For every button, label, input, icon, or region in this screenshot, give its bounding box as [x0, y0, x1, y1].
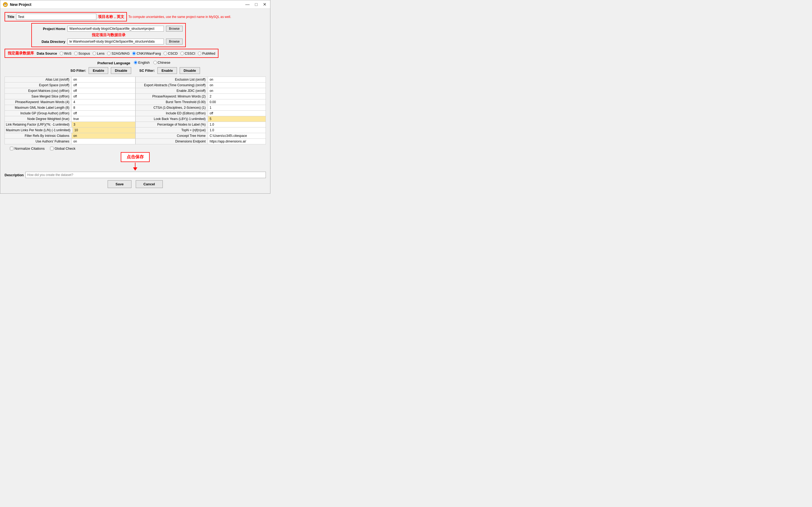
- node-degree-val: true: [72, 116, 135, 122]
- title-label: Title: [7, 15, 14, 19]
- so-filter-label: SO Filter:: [70, 68, 86, 72]
- description-input[interactable]: [25, 172, 266, 178]
- browse-project-button[interactable]: Browse: [166, 26, 183, 32]
- gml-node-key: Maximum GML Node Label Length (8): [5, 105, 72, 110]
- max-links-key: Maximum Links Per Node (L/N) (-1:unlimit…: [5, 127, 73, 133]
- path-annotation: 指定项目与数据目录: [35, 33, 183, 38]
- sc-enable-button[interactable]: Enable: [158, 67, 177, 74]
- save-annotation: 点击保存: [127, 155, 144, 159]
- burst-term-val: 0.00: [208, 99, 265, 105]
- normalize-citations-option[interactable]: Normalize Citations: [10, 147, 45, 151]
- lang-label: Preferred Language: [98, 61, 130, 65]
- node-degree-key: Node Degree Weighted (true): [5, 116, 72, 122]
- window-title: New Project: [10, 2, 242, 7]
- include-ed-val: off: [208, 111, 265, 116]
- alias-list-key: Alias List (on/off): [5, 77, 72, 82]
- ctsa-key: CTSA (1-Disciplines, 2-Sciences) (1): [136, 105, 208, 110]
- main-window: ☕ New Project — □ ✕ Title 项目名称，英文 To com…: [0, 0, 270, 193]
- concept-tree-key: Concept Tree Home: [136, 133, 208, 138]
- normalize-citations-checkbox[interactable]: [10, 147, 13, 150]
- global-check-option[interactable]: Global Check: [50, 147, 75, 151]
- filter-refs-key: Filter Refs By Intrinsic Citations: [5, 133, 72, 138]
- pct-nodes-val: 1.0: [208, 122, 265, 127]
- project-home-input[interactable]: [67, 26, 164, 32]
- cscd-option[interactable]: CSCD: [164, 51, 178, 55]
- lens-option[interactable]: Lens: [92, 51, 105, 55]
- so-enable-button[interactable]: Enable: [88, 67, 108, 74]
- filter-row: SO Filter: Enable Disable SC Filter: Ena…: [5, 67, 266, 74]
- wos-option[interactable]: WoS: [60, 51, 71, 55]
- export-abstracts-key: Export Abstracts (Time Consuming) (on/of…: [136, 82, 208, 88]
- project-home-label: Project Home: [35, 27, 65, 31]
- save-merged-key: Save Merged Slice (off/on): [5, 94, 72, 99]
- save-merged-val: off: [72, 94, 135, 99]
- save-arrow-icon: [130, 163, 140, 171]
- look-back-val: 5: [208, 116, 265, 122]
- scopus-option[interactable]: Scopus: [74, 51, 90, 55]
- export-space-val: off: [72, 82, 135, 88]
- maximize-button[interactable]: □: [254, 2, 259, 7]
- pubmed-option[interactable]: PubMed: [198, 51, 215, 55]
- chinese-option[interactable]: Chinese: [153, 61, 171, 64]
- window-controls: — □ ✕: [244, 2, 267, 7]
- datasource-options: WoS Scopus Lens S2AG/MAG CNKI/WanFang CS…: [60, 51, 215, 55]
- so-disable-button[interactable]: Disable: [111, 67, 131, 74]
- settings-left-col: Alias List (on/off)on Export Space (on/o…: [5, 77, 135, 144]
- exclusion-list-key: Exclusion List (on/off): [136, 77, 208, 82]
- datasource-label: Data Source: [37, 51, 57, 55]
- lrf-key: Link Retaining Factor (LRF)(*N; -1:unlim…: [5, 122, 72, 127]
- enable-jdic-key: Enable JDIC (on/off): [136, 88, 208, 94]
- normalize-citations-label: Normalize Citations: [14, 147, 45, 151]
- dimensions-val: https://app.dimensions.ai/: [208, 139, 265, 144]
- language-row: Preferred Language English Chinese: [5, 61, 266, 65]
- datasource-annotation: 指定题录数据库: [8, 51, 34, 56]
- max-links-val: 10: [73, 127, 135, 133]
- global-check-checkbox[interactable]: [50, 147, 54, 150]
- cnki-option[interactable]: CNKI/WanFang: [132, 51, 161, 55]
- cssci-option[interactable]: CSSCI: [180, 51, 195, 55]
- concept-tree-val: C:\Users\cc345\.citespace: [208, 133, 265, 138]
- settings-grid: Alias List (on/off)on Export Space (on/o…: [5, 76, 266, 145]
- burst-term-key: Burst Term Threshold (0.00): [136, 99, 208, 105]
- close-button[interactable]: ✕: [262, 2, 267, 7]
- enable-jdic-val: on: [208, 88, 265, 94]
- checkboxes-row: Normalize Citations Global Check: [10, 147, 266, 151]
- title-input[interactable]: [16, 14, 97, 20]
- export-abstracts-val: on: [208, 82, 265, 88]
- phrase-min-val: 2: [208, 94, 265, 99]
- authors-fullnames-val: on: [72, 139, 135, 144]
- export-matrices-key: Export Matrices (csv) (off/on): [5, 88, 72, 94]
- cancel-button[interactable]: Cancel: [136, 180, 163, 188]
- exclusion-list-val: on: [208, 77, 265, 82]
- title-hint: To compute uncertainties, use the same p…: [128, 15, 231, 19]
- include-ed-key: Include ED (Editors) (off/on): [136, 111, 208, 116]
- title-bar: ☕ New Project — □ ✕: [0, 0, 270, 9]
- form-content: Title 项目名称，英文 To compute uncertainties, …: [0, 9, 270, 193]
- pct-nodes-key: Percentage of Nodes to Label (%): [136, 122, 208, 127]
- ctsa-val: 1: [208, 105, 265, 110]
- save-button[interactable]: Save: [108, 180, 131, 188]
- minimize-button[interactable]: —: [244, 2, 251, 7]
- topn-val: 1.0: [208, 127, 265, 133]
- alias-list-val: on: [72, 77, 135, 82]
- sc-disable-button[interactable]: Disable: [180, 67, 200, 74]
- s2ag-option[interactable]: S2AG/MAG: [107, 51, 130, 55]
- phrase-max-val: 4: [72, 99, 135, 105]
- app-icon: ☕: [3, 2, 8, 7]
- export-space-key: Export Space (on/off): [5, 82, 72, 88]
- sc-filter-label: SC Filter:: [139, 68, 155, 72]
- browse-data-button[interactable]: Browse: [166, 39, 183, 45]
- phrase-max-key: Phrase/Keyword: Maximum Words (4): [5, 99, 72, 105]
- english-option[interactable]: English: [134, 61, 150, 64]
- look-back-key: Look Back Years (LBY)(-1:unlimited): [136, 116, 208, 122]
- global-check-label: Global Check: [55, 147, 75, 151]
- lrf-val: 3: [72, 122, 135, 127]
- include-gp-val: off: [72, 111, 135, 116]
- gml-node-val: 8: [72, 105, 135, 110]
- svg-marker-1: [133, 167, 137, 171]
- authors-fullnames-key: Use Authors' Fullnames: [5, 139, 72, 144]
- dimensions-key: Dimensions Endpoint: [136, 139, 208, 144]
- phrase-min-key: Phrase/Keyword: Minimum Words (2): [136, 94, 208, 99]
- title-annotation: 项目名称，英文: [98, 14, 124, 19]
- data-directory-input[interactable]: [67, 39, 164, 45]
